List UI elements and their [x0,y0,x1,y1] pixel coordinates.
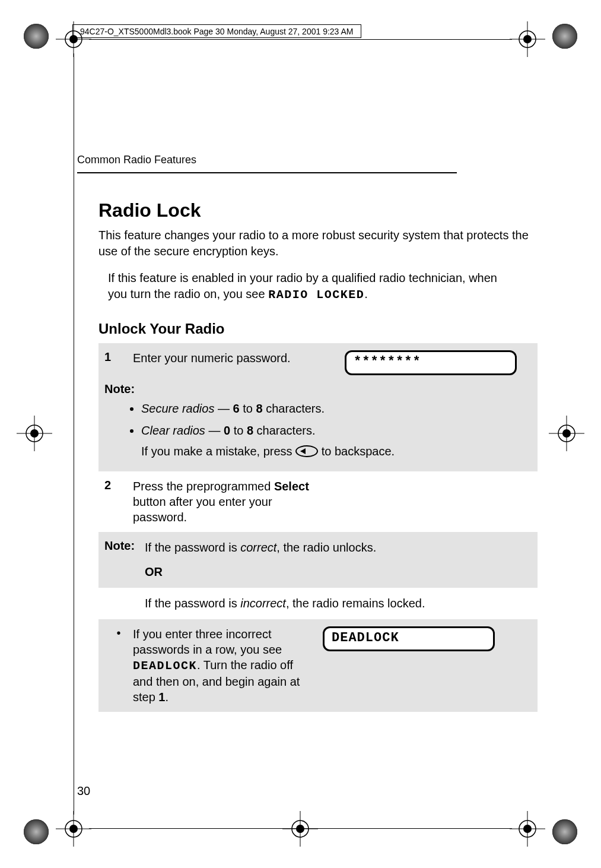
lcd-display-deadlock: DEADLOCK [323,626,495,651]
bullet-clear-em: Clear radios [141,424,205,437]
framemaker-header: 94C27-O_XTS5000Mdl3.book Page 30 Monday,… [72,24,361,38]
running-head: Common Radio Features [77,154,521,166]
running-rule [77,172,457,173]
step-number: 1 [104,350,133,375]
txt: If the password is [145,541,240,554]
crop-circle [24,819,49,844]
lcd-display-password: ******** [345,350,517,375]
txt: . [165,690,168,704]
note-block: Note: If the password is correct, the ra… [98,532,538,588]
txt: If you enter three incorrect passwords i… [133,628,282,656]
step-1-text: Enter your numeric password. [133,350,333,375]
reg-mark-icon [510,811,545,847]
mistake-pre: If you make a mistake, press [141,445,295,458]
page-title: Radio Lock [98,199,521,221]
framemaker-header-text: 94C27-O_XTS5000Mdl3.book Page 30 Monday,… [80,27,354,36]
txt: 1 [158,690,165,704]
deadlock-code: DEADLOCK [133,659,197,673]
step-2-post: button after you enter your password. [133,495,272,524]
txt: 8 [247,424,253,437]
txt: — [205,424,224,437]
txt: to [240,402,256,415]
hairline [89,828,512,829]
txt: correct [240,541,276,554]
txt: 0 [224,424,230,437]
sub-intro-paragraph: If this feature is enabled in your radio… [108,270,517,303]
crop-circle [552,819,577,844]
step-1-block: 1 Enter your numeric password. ******** … [98,343,538,471]
reg-mark-icon [549,416,584,451]
reg-mark-icon [17,416,52,451]
txt: characters. [253,424,315,437]
note-bullet-list: Secure radios — 6 to 8 characters. Clear… [104,400,532,461]
section-heading: Unlock Your Radio [98,321,521,337]
reg-mark-icon [282,811,318,847]
bullet-secure-em: Secure radios [141,402,214,415]
txt: If the password is [145,597,240,610]
txt: characters. [263,402,325,415]
intro-paragraph: This feature changes your radio to a mor… [98,227,532,259]
txt: — [214,402,233,415]
step-2-bold: Select [274,480,309,493]
deadlock-block: • If you enter three incorrect passwords… [98,619,538,712]
reg-mark-icon [56,811,91,847]
page-number: 30 [77,784,90,798]
note-label: Note: [104,539,145,581]
crop-circle [24,24,49,49]
txt: 8 [256,402,262,415]
reg-mark-icon [510,21,545,57]
list-item: Clear radios — 0 to 8 characters. If you… [141,422,532,461]
txt: incorrect [240,597,286,610]
hairline [74,53,74,815]
list-item: Secure radios — 6 to 8 characters. [141,400,532,418]
note-or: OR [145,563,376,581]
crop-circle [552,24,577,49]
step-2-pre: Press the preprogrammed [133,480,274,493]
txt: to [230,424,247,437]
txt: 6 [233,402,240,415]
backspace-icon [295,445,318,457]
txt: , the radio remains locked. [286,597,425,610]
txt: , the radio unlocks. [276,541,376,554]
note-label: Note: [104,382,532,396]
hairline [89,39,512,40]
step-number: 2 [104,479,133,525]
note-incorrect-block: If the password is incorrect, the radio … [98,588,538,619]
step-2-block: 2 Press the preprogrammed Select button … [98,471,538,532]
page-body: Common Radio Features Radio Lock This fe… [77,154,521,712]
radio-locked-code: RADIO LOCKED [268,288,364,302]
mistake-post: to backspace. [318,445,395,458]
